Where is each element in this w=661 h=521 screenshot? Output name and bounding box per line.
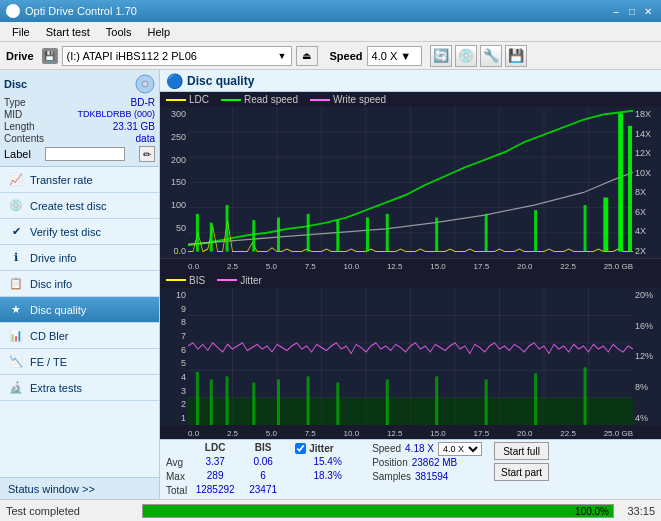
nav-label: Transfer rate: [30, 174, 93, 186]
time-display: 33:15: [620, 505, 655, 517]
svg-rect-58: [584, 367, 587, 425]
nav-label: Create test disc: [30, 200, 106, 212]
speed-label: Speed: [330, 50, 363, 62]
nav-disc-info[interactable]: 📋 Disc info: [0, 271, 159, 297]
write-speed-label: Write speed: [333, 94, 386, 105]
jitter-label: Jitter: [240, 275, 262, 286]
position-value: 23862 MB: [412, 457, 458, 468]
svg-rect-20: [252, 220, 255, 251]
cd-bler-icon: 📊: [8, 328, 24, 344]
svg-rect-56: [485, 379, 488, 425]
svg-rect-57: [534, 373, 537, 425]
svg-rect-22: [307, 214, 310, 252]
nav-disc-quality[interactable]: ★ Disc quality: [0, 297, 159, 323]
nav-items: 📈 Transfer rate 💿 Create test disc ✔ Ver…: [0, 167, 159, 477]
start-full-button[interactable]: Start full: [494, 442, 549, 460]
menu-start-test[interactable]: Start test: [38, 24, 98, 40]
minimize-button[interactable]: –: [609, 4, 623, 18]
legend-read-speed: Read speed: [221, 94, 298, 105]
settings-button[interactable]: 🔧: [480, 45, 502, 67]
nav-label: Verify test disc: [30, 226, 101, 238]
svg-rect-21: [277, 218, 280, 252]
upper-y-axis-left: 300 250 200 150 100 50 0.0: [160, 107, 188, 258]
title-bar-controls[interactable]: – □ ✕: [609, 4, 655, 18]
speed-dropdown[interactable]: 4.0 X ▼: [367, 46, 422, 66]
max-label: Max: [166, 470, 187, 483]
svg-rect-47: [196, 372, 199, 425]
samples-label: Samples: [372, 471, 411, 482]
nav-verify-test-disc[interactable]: ✔ Verify test disc: [0, 219, 159, 245]
drive-info-icon: ℹ: [8, 250, 24, 266]
nav-extra-tests[interactable]: 🔬 Extra tests: [0, 375, 159, 401]
menu-file[interactable]: File: [4, 24, 38, 40]
upper-chart-legend: LDC Read speed Write speed: [160, 92, 661, 107]
lower-chart-legend: BIS Jitter: [160, 273, 661, 288]
status-window-button[interactable]: Status window >>: [0, 477, 159, 499]
ldc-avg: 3.37: [195, 456, 235, 469]
read-speed-label: Read speed: [244, 94, 298, 105]
disc-label-input[interactable]: [45, 147, 125, 161]
eject-button[interactable]: ⏏: [296, 46, 318, 66]
maximize-button[interactable]: □: [625, 4, 639, 18]
speed-row: Speed 4.18 X 4.0 X: [372, 442, 482, 455]
ldc-col: LDC 3.37 289 1285292: [195, 442, 235, 497]
speed-position-col: Speed 4.18 X 4.0 X Position 23862 MB Sam…: [372, 442, 482, 483]
verify-test-disc-icon: ✔: [8, 224, 24, 240]
bis-total: 23471: [243, 484, 283, 497]
ldc-header: LDC: [195, 442, 235, 455]
nav-create-test-disc[interactable]: 💿 Create test disc: [0, 193, 159, 219]
menu-tools[interactable]: Tools: [98, 24, 140, 40]
speed-stat-dropdown[interactable]: 4.0 X: [438, 442, 482, 456]
jitter-checkbox[interactable]: [295, 443, 306, 454]
sidebar: Disc Type BD-R MID TDKBLDRBB (000) Lengt…: [0, 70, 160, 499]
drive-bar: Drive 💾 (I:) ATAPI iHBS112 2 PL06 ▼ ⏏ Sp…: [0, 42, 661, 70]
svg-rect-51: [277, 379, 280, 425]
start-buttons: Start full Start part: [494, 442, 549, 481]
chart-header: 🔵 Disc quality: [160, 70, 661, 92]
ldc-total: 1285292: [195, 484, 235, 497]
disc-label-edit-button[interactable]: ✏: [139, 146, 155, 162]
position-row: Position 23862 MB: [372, 456, 482, 469]
svg-rect-30: [603, 198, 608, 252]
close-button[interactable]: ✕: [641, 4, 655, 18]
disc-panel-header: Disc: [4, 74, 155, 94]
svg-rect-18: [210, 223, 213, 252]
save-button[interactable]: 💾: [505, 45, 527, 67]
nav-drive-info[interactable]: ℹ Drive info: [0, 245, 159, 271]
ldc-label: LDC: [189, 94, 209, 105]
lower-x-axis: 0.02.55.07.510.012.515.017.520.022.525.0…: [188, 429, 633, 438]
svg-rect-52: [307, 376, 310, 425]
legend-bis: BIS: [166, 275, 205, 286]
nav-fe-te[interactable]: 📉 FE / TE: [0, 349, 159, 375]
disc-section-icon: [135, 74, 155, 94]
svg-rect-32: [628, 126, 632, 252]
nav-label: Disc info: [30, 278, 72, 290]
nav-label: Disc quality: [30, 304, 86, 316]
speed-stat-label: Speed: [372, 443, 401, 454]
jitter-max: 18.3%: [295, 470, 360, 483]
menu-help[interactable]: Help: [139, 24, 178, 40]
disc-panel: Disc Type BD-R MID TDKBLDRBB (000) Lengt…: [0, 70, 159, 167]
status-bar: Test completed 100.0% 33:15: [0, 499, 661, 521]
lower-y-axis-right: 20% 16% 12% 8% 4%: [633, 288, 661, 425]
ldc-max: 289: [195, 470, 235, 483]
start-part-button[interactable]: Start part: [494, 463, 549, 481]
lower-y-axis-left: 10 9 8 7 6 5 4 3 2 1: [160, 288, 188, 425]
stats-labels-col: Avg Max Total: [166, 442, 187, 497]
jitter-color: [217, 279, 237, 281]
jitter-col: Jitter 15.4% 18.3%: [295, 442, 360, 497]
jitter-check-row: Jitter: [295, 442, 360, 455]
create-test-disc-icon: 💿: [8, 198, 24, 214]
nav-label: Drive info: [30, 252, 76, 264]
refresh-button[interactable]: 🔄: [430, 45, 452, 67]
svg-rect-54: [386, 379, 389, 425]
samples-value: 381594: [415, 471, 448, 482]
bis-col: BIS 0.06 6 23471: [243, 442, 283, 497]
disc-mid-row: MID TDKBLDRBB (000): [4, 109, 155, 120]
nav-transfer-rate[interactable]: 📈 Transfer rate: [0, 167, 159, 193]
disc-button[interactable]: 💿: [455, 45, 477, 67]
nav-cd-bler[interactable]: 📊 CD Bler: [0, 323, 159, 349]
jitter-header: Jitter: [309, 443, 333, 454]
drive-dropdown[interactable]: (I:) ATAPI iHBS112 2 PL06 ▼: [62, 46, 292, 66]
upper-chart-svg-container: [188, 107, 633, 258]
